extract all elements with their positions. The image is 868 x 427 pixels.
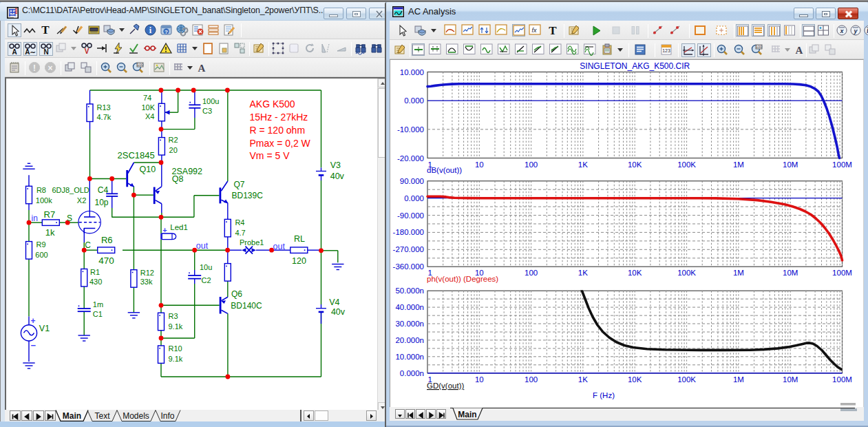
svg-text:33k: 33k xyxy=(140,278,153,286)
svg-text:123: 123 xyxy=(662,48,670,53)
svg-text:V4: V4 xyxy=(329,298,339,307)
svg-text:Probe1: Probe1 xyxy=(240,238,264,247)
svg-text:SINGLETON_AKG_K500.CIR: SINGLETON_AKG_K500.CIR xyxy=(580,61,690,71)
svg-text:9.1k: 9.1k xyxy=(169,322,183,331)
svg-text:R7: R7 xyxy=(44,209,56,220)
svg-text:R = 120 ohm: R = 120 ohm xyxy=(250,125,306,136)
svg-text:1m: 1m xyxy=(93,300,103,309)
svg-text:R13: R13 xyxy=(97,103,111,112)
svg-text:-270.000: -270.000 xyxy=(393,245,424,253)
svg-text:ph(v(out)) (Degrees): ph(v(out)) (Degrees) xyxy=(427,275,498,283)
svg-text:100M: 100M xyxy=(832,269,852,277)
svg-text:100: 100 xyxy=(525,269,538,277)
svg-text:10: 10 xyxy=(475,375,484,384)
svg-text:90.000: 90.000 xyxy=(400,177,424,185)
svg-text:10M: 10M xyxy=(783,160,798,169)
svg-text:4.7k: 4.7k xyxy=(97,113,112,121)
svg-text:1M: 1M xyxy=(733,375,744,384)
svg-text:RL: RL xyxy=(294,234,305,244)
svg-text:Q6: Q6 xyxy=(231,289,242,299)
svg-text:600: 600 xyxy=(35,251,47,259)
svg-text:X2: X2 xyxy=(77,196,86,205)
svg-text:A: A xyxy=(12,48,17,56)
svg-text:4.7: 4.7 xyxy=(235,229,245,237)
svg-text:C: C xyxy=(85,240,91,250)
svg-text:9.1k: 9.1k xyxy=(169,355,183,363)
svg-text:Text: Text xyxy=(94,411,110,421)
svg-text:in: in xyxy=(32,214,38,223)
svg-text:1M: 1M xyxy=(733,160,744,169)
svg-text:100M: 100M xyxy=(832,375,852,384)
svg-text:10K: 10K xyxy=(628,160,642,169)
svg-text:+: + xyxy=(162,226,167,234)
svg-text:1K: 1K xyxy=(578,375,588,384)
svg-text:-10.000: -10.000 xyxy=(397,125,424,134)
svg-text:40.000n: 40.000n xyxy=(395,303,424,311)
svg-text:Pmax = 0,2 W: Pmax = 0,2 W xyxy=(250,138,311,149)
svg-text:15Hz - 27kHz: 15Hz - 27kHz xyxy=(250,112,308,123)
svg-text:T: T xyxy=(41,23,50,37)
svg-text:30.000n: 30.000n xyxy=(395,320,424,328)
svg-text:0.000: 0.000 xyxy=(404,194,424,202)
svg-text:1k: 1k xyxy=(45,227,55,238)
svg-text:0.000: 0.000 xyxy=(404,96,424,105)
svg-text:1K: 1K xyxy=(578,160,588,169)
svg-text:40v: 40v xyxy=(330,171,345,181)
svg-text:C1: C1 xyxy=(93,310,103,318)
svg-text:−: − xyxy=(31,340,36,351)
svg-text:dB(v(out)): dB(v(out)) xyxy=(427,166,462,174)
svg-text:R6: R6 xyxy=(101,235,113,245)
svg-text:F (Hz): F (Hz) xyxy=(593,391,615,399)
svg-text:100: 100 xyxy=(137,63,143,67)
svg-text:Main: Main xyxy=(458,410,476,419)
svg-text:R12: R12 xyxy=(140,269,154,277)
svg-text:100k: 100k xyxy=(36,196,52,205)
svg-text:100M: 100M xyxy=(832,160,852,169)
svg-text:100: 100 xyxy=(756,45,762,49)
svg-text:!: ! xyxy=(33,63,36,73)
svg-text:10M: 10M xyxy=(783,269,798,277)
svg-text:Q10: Q10 xyxy=(140,165,156,174)
svg-text:A: A xyxy=(796,45,803,56)
svg-text:0.000n: 0.000n xyxy=(400,369,424,377)
svg-text:Vm = 5 V: Vm = 5 V xyxy=(250,150,290,161)
svg-text:C4: C4 xyxy=(98,185,109,195)
svg-text:6DJ8_OLD: 6DJ8_OLD xyxy=(52,186,89,194)
svg-text:Main: Main xyxy=(63,411,81,421)
svg-text:V: V xyxy=(85,48,89,55)
svg-text:R1: R1 xyxy=(90,268,100,276)
svg-text:GD(v(out)): GD(v(out)) xyxy=(427,382,464,390)
svg-text:10K: 10K xyxy=(628,269,642,277)
svg-text:V3: V3 xyxy=(330,160,341,170)
svg-text:-180.000: -180.000 xyxy=(393,228,424,236)
svg-text:470: 470 xyxy=(98,256,114,266)
svg-text:?: ? xyxy=(165,29,168,35)
svg-text:BD140C: BD140C xyxy=(231,301,262,311)
svg-text:Q8: Q8 xyxy=(172,174,184,184)
svg-text:C3: C3 xyxy=(202,107,212,115)
svg-text:R3: R3 xyxy=(169,312,178,320)
svg-text:AKG K500: AKG K500 xyxy=(250,98,295,110)
svg-text:A∼: A∼ xyxy=(25,48,36,56)
svg-text:10u: 10u xyxy=(200,263,212,271)
svg-text:10.000: 10.000 xyxy=(400,68,424,76)
svg-text:-90.000: -90.000 xyxy=(397,211,424,220)
svg-text:10K: 10K xyxy=(142,103,156,112)
svg-text:N: N xyxy=(43,48,48,56)
svg-text:10p: 10p xyxy=(95,198,109,207)
svg-text:100: 100 xyxy=(525,375,538,384)
svg-text:T: T xyxy=(549,24,557,37)
svg-text:40v: 40v xyxy=(331,307,346,317)
svg-text:V1: V1 xyxy=(39,324,50,333)
svg-text:R10: R10 xyxy=(169,344,182,353)
svg-text:-20.000: -20.000 xyxy=(397,154,424,163)
svg-text:R4: R4 xyxy=(235,218,244,227)
svg-text:R8: R8 xyxy=(36,186,46,194)
svg-text:100u: 100u xyxy=(202,97,219,105)
svg-text:R2: R2 xyxy=(169,136,178,144)
svg-text:S: S xyxy=(67,214,72,223)
svg-text:fx: fx xyxy=(531,27,537,34)
svg-text:100K: 100K xyxy=(677,269,696,277)
svg-text:100K: 100K xyxy=(677,375,696,384)
svg-text:1M: 1M xyxy=(733,269,744,277)
